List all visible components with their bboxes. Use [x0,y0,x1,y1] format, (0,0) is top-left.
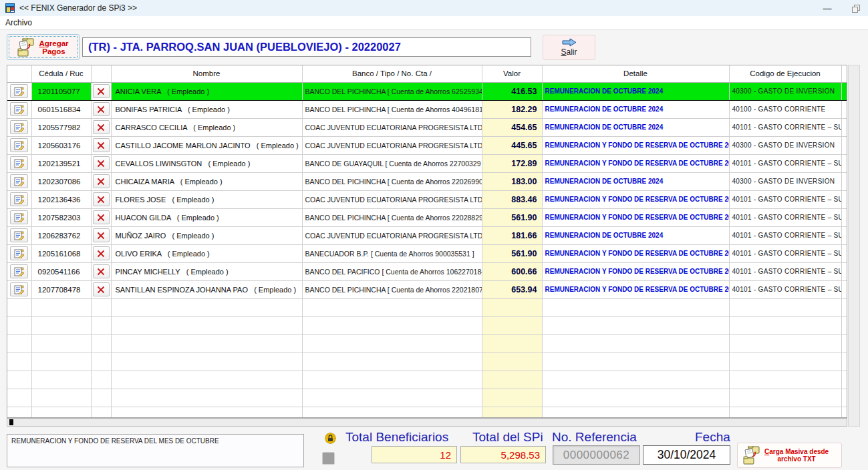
carga-masiva-button[interactable]: Carga Masiva desdearchivo TXT [737,443,842,468]
nombre-cell: PINCAY MICHELLY ( Empleado ) [111,262,302,280]
codigo-cell: 40101 - GASTO CORRIENTE – SUELDOS [729,154,841,172]
empty-table-row [7,352,847,371]
codigo-cell: 40300 - GASTO DE INVERSIÓN [729,136,841,154]
color-swatch-button[interactable] [322,452,335,465]
delete-row-button[interactable] [93,282,110,296]
nombre-cell: SANTILLAN ESPINOZA JOHANNA PAO ( Emplead… [111,280,302,298]
window-title: << FENIX Generador de SPi3 >> [19,3,137,13]
table-row[interactable]: 1205603176 CASTILLO JACOME MARLON JACINT… [7,136,847,154]
detalle-cell: REMUNERACION Y FONDO DE RESERVA DE OCTUB… [542,244,729,262]
detalle-cell: REMUNERACION DE OCTUBRE 2024 [542,172,729,190]
edit-row-button[interactable] [10,156,28,170]
table-row[interactable]: 0920541166 PINCAY MICHELLY ( Empleado ) … [7,262,847,280]
delete-row-button[interactable] [93,210,110,224]
table-row[interactable]: 1202136436 FLORES JOSE ( Empleado ) COAC… [7,190,847,208]
detalle-cell: REMUNERACION DE OCTUBRE 2024 [542,82,729,100]
header-banco: Banco / Tipo / No. Cta / [302,65,482,82]
delete-x-icon [97,250,105,258]
header-valor: Valor [482,65,542,82]
restore-button[interactable] [844,0,867,16]
batch-title-field[interactable]: (TR) - JTA. PARROQ.SAN JUAN (PUEBLOVIEJO… [82,37,531,57]
edit-row-button[interactable] [10,246,28,260]
header-edit [7,65,31,82]
table-row[interactable]: 1207582303 HUACON GILDA ( Empleado ) BAN… [7,208,847,226]
delete-row-button[interactable] [93,84,110,98]
edit-row-button[interactable] [10,210,28,224]
empty-table-row [7,407,847,418]
codigo-cell: 40101 - GASTO CORRIENTE – SUELDOS [729,280,841,298]
salir-button[interactable]: Salir [543,35,595,60]
fecha-field[interactable]: 30/10/2024 [643,445,730,465]
detalle-cell: REMUNERACION DE OCTUBRE 2024 [542,100,729,118]
codigo-cell: 40101 - GASTO CORRIENTE – SUELDOS [729,118,841,136]
delete-row-button[interactable] [93,174,110,188]
edit-record-icon [14,249,24,258]
table-row[interactable]: 0601516834 BONIFAS PATRICIA ( Empleado )… [7,100,847,118]
edit-row-button[interactable] [10,138,28,152]
nombre-cell: CHICAIZA MARIA ( Empleado ) [111,172,302,190]
delete-row-button[interactable] [93,138,110,152]
menu-archivo[interactable]: Archivo [0,17,37,29]
detalle-cell: REMUNERACION Y FONDO DE RESERVA DE OCTUB… [542,154,729,172]
empty-table-row [7,371,847,389]
title-bar: << FENIX Generador de SPi3 >> — [0,0,868,16]
codigo-cell: 40300 - GASTO DE INVERSIÓN [729,172,841,190]
detalle-cell: REMUNERACION Y FONDO DE RESERVA DE OCTUB… [542,208,729,226]
header-stub [841,65,847,82]
total-beneficiarios-value: 12 [372,446,457,463]
banco-cell: BANCO DE GUAYAQUIL [ Cuenta de Ahorros 2… [302,154,482,172]
banco-cell: BANCO DEL PICHINCHA [ Cuenta de Ahorros … [302,172,482,190]
delete-x-icon [97,87,105,95]
edit-row-button[interactable] [10,282,28,296]
edit-row-button[interactable] [10,84,28,98]
delete-row-button[interactable] [93,264,110,278]
edit-row-button[interactable] [10,192,28,206]
valor-cell: 454.65 [482,118,542,136]
header-codigo: Codigo de Ejecucion [729,65,841,82]
banco-cell: BANCO DEL PICHINCHA [ Cuenta de Ahorros … [302,208,482,226]
nombre-cell: CEVALLOS LIWINSGTON ( Empleado ) [111,154,302,172]
valor-cell: 181.66 [482,226,542,244]
delete-x-icon [97,124,105,132]
table-vertical-scrollbar[interactable] [848,65,860,427]
delete-row-button[interactable] [93,228,110,242]
codigo-cell: 40101 - GASTO CORRIENTE – SUELDOS [729,226,841,244]
empty-table-row [7,389,847,407]
minimize-button[interactable]: — [816,0,839,16]
table-horizontal-scrollbar[interactable] [7,418,847,427]
banco-cell: COAC JUVENTUD ECUATORIANA PROGRESISTA LT… [302,136,482,154]
delete-row-button[interactable] [93,156,110,170]
valor-cell: 183.00 [482,172,542,190]
table-row[interactable]: 1201105077 ANICIA VERA ( Empleado ) BANC… [7,82,847,100]
edit-record-icon [14,123,24,132]
edit-row-button[interactable] [10,120,28,134]
table-row[interactable]: 1205577982 CARRASCO CECILIA ( Empleado )… [7,118,847,136]
delete-row-button[interactable] [93,102,110,116]
record-indicator [9,419,13,425]
edit-row-button[interactable] [10,228,28,242]
detalle-cell: REMUNERACION DE OCTUBRE 2024 [542,226,729,244]
table-row[interactable]: 1205161068 OLIVO ERIKA ( Empleado ) BANE… [7,244,847,262]
delete-row-button[interactable] [93,192,110,206]
delete-row-button[interactable] [93,120,110,134]
edit-row-button[interactable] [10,102,28,116]
delete-row-button[interactable] [93,246,110,260]
table-row[interactable]: 1202139521 CEVALLOS LIWINSGTON ( Emplead… [7,154,847,172]
agregar-pagos-button[interactable]: AgregarPagos [7,34,80,60]
header-detalle: Detalle [542,65,729,82]
edit-row-button[interactable] [10,174,28,188]
comment-input[interactable]: REMUNERACION Y FONDO DE RESERVA DEL MES … [7,434,304,467]
banco-cell: BANECUADOR B.P. [ Cuenta de Ahorros 9000… [302,244,482,262]
nombre-cell: MUÑOZ JAIRO ( Empleado ) [111,226,302,244]
restore-icon [852,5,859,11]
cedula-cell: 0920541166 [31,262,91,280]
nombre-cell: BONIFAS PATRICIA ( Empleado ) [111,100,302,118]
table-row[interactable]: 1202307086 CHICAIZA MARIA ( Empleado ) B… [7,172,847,190]
cedula-cell: 1205577982 [31,118,91,136]
valor-cell: 883.46 [482,190,542,208]
table-row[interactable]: 1206283762 MUÑOZ JAIRO ( Empleado ) COAC… [7,226,847,244]
table-row[interactable]: 1207708478 SANTILLAN ESPINOZA JOHANNA PA… [7,280,847,298]
edit-row-button[interactable] [10,264,28,278]
edit-record-icon [14,231,24,240]
salir-label: Salir [561,47,577,57]
